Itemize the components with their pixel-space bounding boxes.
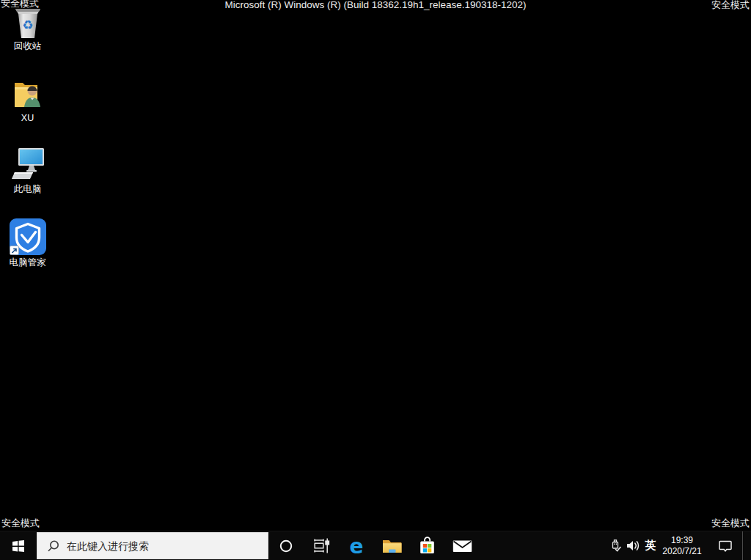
taskbar-button-cortana[interactable] <box>268 531 304 560</box>
desktop-icon-label: 此电脑 <box>0 184 55 194</box>
store-bag-icon <box>419 536 436 556</box>
clock-time: 19:39 <box>671 535 693 546</box>
safe-mode-label-bottom-right: 安全模式 <box>711 517 750 528</box>
action-center-button[interactable] <box>715 531 736 560</box>
desktop-icon-user-folder[interactable]: XU <box>0 76 55 123</box>
task-view-icon <box>313 537 330 554</box>
desktop-icon-label: XU <box>0 113 55 123</box>
taskbar-button-mail[interactable] <box>444 531 480 560</box>
clock-date: 2020/7/21 <box>662 546 701 557</box>
svg-text:e: e <box>350 535 364 557</box>
speaker-icon <box>626 539 640 552</box>
desktop-icon-label: 回收站 <box>0 41 55 51</box>
taskbar-button-edge[interactable]: e <box>339 531 374 560</box>
taskbar-search[interactable] <box>37 532 268 559</box>
tray-volume[interactable] <box>625 531 640 560</box>
recycle-bin-icon: ♻ <box>12 6 44 40</box>
show-desktop-button[interactable] <box>742 531 751 560</box>
shortcut-arrow-icon <box>10 246 18 255</box>
envelope-icon <box>453 539 472 553</box>
user-folder-icon <box>10 76 46 111</box>
desktop-icon-recycle-bin[interactable]: ♻ 回收站 <box>0 6 55 51</box>
action-center-icon <box>718 539 733 553</box>
windows-build-watermark: Microsoft (R) Windows (R) (Build 18362.1… <box>0 0 751 11</box>
svg-text:♻: ♻ <box>22 18 33 32</box>
desktop-icon-label: 电脑管家 <box>0 257 55 268</box>
taskbar-button-task-view[interactable] <box>304 531 339 560</box>
tray-clock[interactable]: 19:39 2020/7/21 <box>659 531 706 560</box>
start-button[interactable] <box>0 531 37 560</box>
desktop-icon-pc-manager[interactable]: 电脑管家 <box>0 218 55 268</box>
cortana-circle-icon <box>279 539 293 553</box>
search-icon <box>47 539 60 553</box>
folder-icon <box>382 537 402 554</box>
taskbar-button-store[interactable] <box>409 531 444 560</box>
computer-icon <box>9 146 47 183</box>
taskbar-button-file-explorer[interactable] <box>374 531 409 560</box>
search-input[interactable] <box>67 540 268 552</box>
desktop-icon-this-pc[interactable]: 此电脑 <box>0 146 55 194</box>
tray-usb-device[interactable] <box>608 531 623 560</box>
windows-logo-icon <box>12 539 25 553</box>
taskbar: e <box>0 531 751 560</box>
usb-device-icon <box>609 539 622 553</box>
tray-ime-indicator[interactable]: 英 <box>642 531 659 560</box>
safe-mode-label-bottom-left: 安全模式 <box>1 517 40 528</box>
shield-icon <box>9 218 47 256</box>
edge-icon: e <box>345 535 367 557</box>
